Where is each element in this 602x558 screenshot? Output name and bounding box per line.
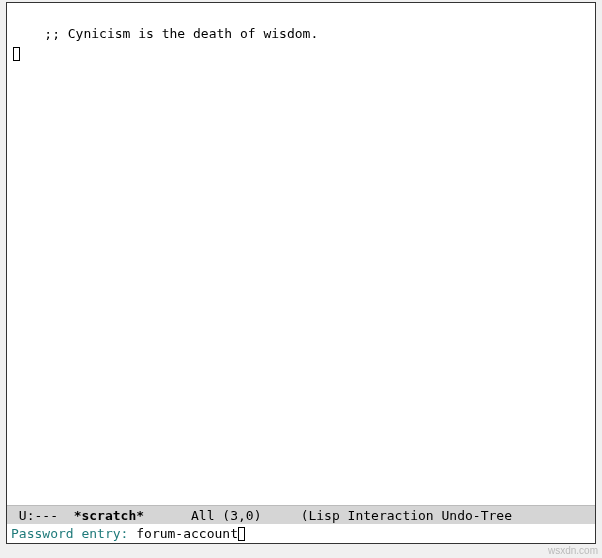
modeline-position: All <box>191 508 214 523</box>
modeline-cursor-pos: (3,0) <box>222 508 261 523</box>
buffer-comment-line: ;; Cynicism is the death of wisdom. <box>44 26 318 41</box>
text-cursor <box>13 47 20 61</box>
modeline-modes: (Lisp Interaction Undo-Tree <box>301 508 512 523</box>
modeline-buffer-name: *scratch* <box>74 508 144 523</box>
mode-line[interactable]: U:--- *scratch* All (3,0) (Lisp Interact… <box>7 505 595 524</box>
scratch-buffer[interactable]: ;; Cynicism is the death of wisdom. <box>7 3 595 505</box>
watermark: wsxdn.com <box>548 545 598 556</box>
minibuffer-prompt: Password entry: <box>11 524 136 543</box>
modeline-status: U:--- <box>19 508 58 523</box>
minibuffer[interactable]: Password entry: forum-account <box>7 524 595 543</box>
minibuffer-input[interactable]: forum-account <box>136 524 238 543</box>
minibuffer-cursor <box>238 527 245 541</box>
emacs-frame: ;; Cynicism is the death of wisdom. U:--… <box>6 2 596 544</box>
